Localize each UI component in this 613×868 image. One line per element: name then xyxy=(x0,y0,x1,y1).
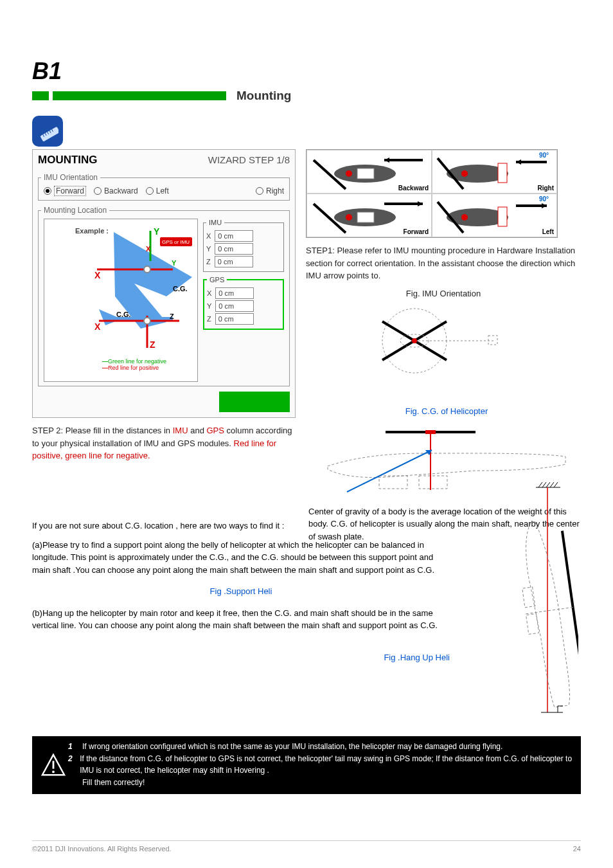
svg-point-31 xyxy=(346,170,352,177)
fig-caption-hang: Fig .Hang Up Heli xyxy=(32,651,450,664)
svg-line-74 xyxy=(526,607,573,613)
radio-left-label: Left xyxy=(156,186,169,195)
support-note: If you are not sure about C.G. location … xyxy=(32,520,450,664)
step2-imu-word: IMU xyxy=(173,426,188,435)
gps-fields: GPS X0 cm Y0 cm Z0 cm xyxy=(203,276,284,330)
svg-rect-58 xyxy=(419,476,447,489)
section-title: Mounting xyxy=(236,89,291,103)
x-label: X xyxy=(206,232,211,240)
warn-row-num-blank xyxy=(68,777,77,788)
ori-deg-left: 90° xyxy=(539,195,549,203)
section-bar: Mounting xyxy=(32,89,581,103)
y-label: Y xyxy=(206,245,211,253)
page-footer: ©2011 DJI Innovations. All Rights Reserv… xyxy=(32,840,581,853)
next-button[interactable] xyxy=(219,392,290,412)
step2-gps-word: GPS xyxy=(207,426,224,435)
svg-rect-55 xyxy=(488,336,497,345)
gps-y-input[interactable]: 0 cm xyxy=(215,300,254,312)
svg-point-15 xyxy=(144,266,150,273)
svg-rect-57 xyxy=(379,476,407,489)
warning-icon xyxy=(39,740,68,790)
neg-line-text: Green line for negative xyxy=(108,358,166,365)
svg-text:C.G.: C.G. xyxy=(116,311,131,318)
x-label: X xyxy=(207,289,211,297)
svg-text:X: X xyxy=(94,270,101,280)
ori-cell-forward: Forward xyxy=(306,194,432,237)
svg-rect-42 xyxy=(357,212,374,222)
radio-right[interactable]: Right xyxy=(253,185,287,197)
svg-line-66 xyxy=(546,482,550,487)
step2-lead: STEP 2: Please fill in the distances in xyxy=(32,426,170,435)
z-label: Z xyxy=(207,315,211,323)
svg-text:Z: Z xyxy=(150,339,155,350)
svg-point-80 xyxy=(52,770,55,773)
example-label: Example : xyxy=(75,227,109,235)
support-a: (a)Please try to find a support point al… xyxy=(32,539,450,577)
imu-orientation-figure: Backward 90° Right Forward 90° Left xyxy=(306,149,558,238)
radio-right-label: Right xyxy=(266,186,284,195)
gps-legend: GPS xyxy=(207,276,227,284)
imu-z-input[interactable]: 0 cm xyxy=(215,256,253,267)
warn-row-num-2: 2 xyxy=(68,754,75,776)
support-b: (b)Hang up the helicopter by main rotor … xyxy=(32,607,450,632)
section-id: B1 xyxy=(32,58,581,85)
radio-forward[interactable]: Forward xyxy=(41,185,89,197)
svg-rect-0 xyxy=(40,127,58,142)
imu-x-input[interactable]: 0 cm xyxy=(215,230,253,242)
mounting-panel: MOUNTING WIZARD STEP 1/8 IMU Orientation… xyxy=(32,149,296,418)
footer-copyright: ©2011 DJI Innovations. All Rights Reserv… xyxy=(32,845,172,853)
radio-backward[interactable]: Backward xyxy=(91,185,141,197)
svg-line-68 xyxy=(554,482,558,487)
ori-label-left: Left xyxy=(542,228,554,235)
radio-left[interactable]: Left xyxy=(143,185,172,197)
imu-orientation-legend: IMU Orientation xyxy=(41,173,100,182)
svg-text:C.G.: C.G. xyxy=(173,285,188,293)
svg-marker-41 xyxy=(418,201,423,206)
radio-forward-label: Forward xyxy=(54,186,86,196)
svg-text:Z: Z xyxy=(170,312,174,320)
mounting-title: MOUNTING xyxy=(38,154,98,167)
svg-marker-36 xyxy=(516,159,521,165)
radio-dot-icon xyxy=(44,187,51,195)
svg-text:X: X xyxy=(146,245,151,253)
svg-marker-29 xyxy=(384,158,389,163)
bar-accent-long xyxy=(53,91,226,100)
svg-text:Y: Y xyxy=(154,226,160,237)
cg-top-figure xyxy=(308,302,520,405)
warn-row-num-1: 1 xyxy=(68,741,77,752)
imu-fields: IMU X0 cm Y0 cm Z0 cm xyxy=(203,219,284,272)
fig-caption-orientation: Fig. IMU Orientation xyxy=(306,287,581,300)
imu-orientation-group: IMU Orientation Forward Backward Left Ri… xyxy=(38,173,290,201)
ori-cell-backward: Backward xyxy=(306,150,432,194)
y-label: Y xyxy=(207,302,211,310)
svg-line-67 xyxy=(550,482,554,487)
gps-x-input[interactable]: 0 cm xyxy=(215,287,254,299)
gps-z-input[interactable]: 0 cm xyxy=(215,313,254,325)
radio-backward-label: Backward xyxy=(104,186,138,195)
warn-row-2a: If the distance from C.G. of helicopter … xyxy=(80,754,574,776)
radio-dot-icon xyxy=(256,187,263,195)
fig-caption-support: Fig .Support Heli xyxy=(32,585,450,598)
svg-rect-34 xyxy=(498,163,507,183)
imu-y-input[interactable]: 0 cm xyxy=(215,243,253,255)
wizard-step: WIZARD STEP 1/8 xyxy=(208,154,290,165)
svg-rect-30 xyxy=(357,168,374,179)
mounting-location-legend: Mounting Location xyxy=(41,206,109,215)
svg-point-49 xyxy=(461,214,468,221)
radio-dot-icon xyxy=(146,187,154,195)
svg-line-64 xyxy=(538,482,542,487)
warn-row-2b: Fill them correctly! xyxy=(82,777,145,788)
svg-point-25 xyxy=(144,318,150,324)
svg-marker-48 xyxy=(542,203,547,208)
z-label: Z xyxy=(206,258,211,266)
svg-line-73 xyxy=(562,531,578,684)
radio-dot-icon xyxy=(94,187,102,195)
ruler-icon xyxy=(32,116,63,147)
ori-deg-right: 90° xyxy=(539,152,549,159)
svg-point-37 xyxy=(461,170,468,177)
warn-row-1: If wrong orientation configured which is… xyxy=(82,741,502,752)
ori-label-backward: Backward xyxy=(398,185,429,192)
bar-accent-small xyxy=(32,91,49,100)
step1-text: STEP1: Please refer to IMU mounting proc… xyxy=(306,244,581,282)
svg-line-65 xyxy=(542,482,546,487)
